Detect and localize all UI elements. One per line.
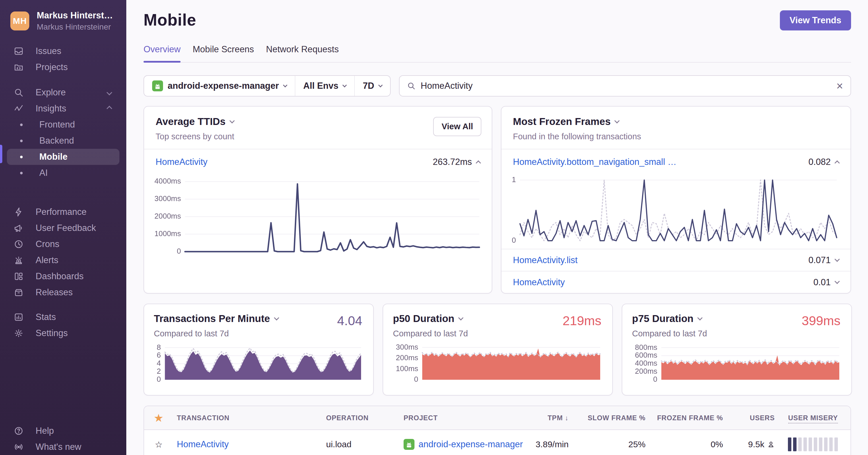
environment-selector[interactable]: All Envs [295,76,354,96]
sidebar-item-performance[interactable]: Performance [7,204,119,220]
sidebar-item-whats-new[interactable]: What's new [7,439,119,455]
date-range-selector[interactable]: 7D [354,76,390,96]
average-ttids-card: Average TTIDs Top screens by count View … [144,106,492,293]
megaphone-icon [14,223,24,233]
sidebar-item-mobile[interactable]: Mobile [7,149,119,165]
tpm-value: 4.04 [337,313,362,328]
misery-bar [809,437,812,451]
collapse-icon[interactable] [834,160,840,166]
chevron-up-icon [106,106,112,111]
p75-subtitle: Compared to last 7d [632,329,842,338]
siren-icon [14,255,24,265]
help-icon [14,426,24,436]
sidebar-item-label: Crons [36,239,59,249]
table-row: ☆ HomeActivity ui.load android-expense-m… [144,430,850,455]
sidebar-item-label: What's new [36,442,81,452]
main-content: Mobile View Trends Overview Mobile Scree… [126,0,868,455]
sidebar-item-crons[interactable]: Crons [7,236,119,252]
misery-bar [803,437,807,451]
view-all-button[interactable]: View All [433,117,482,136]
ttid-value: 263.72ms [433,157,472,167]
clear-search-icon[interactable]: × [836,80,843,92]
expand-icon[interactable] [834,279,840,284]
project-cell: android-expense-manager [394,439,530,450]
filter-bar: android-expense-manager All Envs 7D × [144,75,851,96]
gear-icon [14,328,24,338]
sidebar-item-projects[interactable]: Projects [7,59,119,75]
sidebar-item-alerts[interactable]: Alerts [7,252,119,268]
project-selector[interactable]: android-expense-manager [144,76,295,96]
frozen-frames-chart [509,173,839,249]
sidebar-item-label: Alerts [36,255,58,265]
p50-value: 219ms [563,313,601,328]
col-project[interactable]: Project [394,414,530,422]
sidebar-item-label: Frontend [39,119,75,130]
star-toggle[interactable]: ☆ [144,439,167,450]
tab-overview[interactable]: Overview [144,44,181,62]
col-user-misery[interactable]: User Misery [782,414,850,422]
env-filter-value: All Envs [303,81,338,91]
ttid-transaction-row: HomeActivity 263.72ms [144,149,492,171]
sidebar-item-label: Explore [36,87,66,98]
transactions-table: ★ Transaction Operation Project TPM ↓ Sl… [144,406,851,455]
col-frozen-frame[interactable]: Frozen Frame % [652,414,730,422]
ttid-card-title-dropdown[interactable]: Average TTIDs [156,116,480,127]
col-slow-frame[interactable]: Slow Frame % [576,414,652,422]
tab-mobile-screens[interactable]: Mobile Screens [193,44,254,62]
p50-duration-card: p50 Duration 219ms Compared to last 7d [383,304,613,396]
sidebar-item-label: Projects [36,62,68,73]
sidebar-item-frontend[interactable]: Frontend [7,117,119,133]
misery-bar [798,437,802,451]
misery-bar [834,437,838,451]
tpm-title-dropdown[interactable]: Transactions Per Minute [154,313,363,324]
user-name: Markus Hintersteiner [37,22,113,32]
avatar: MH [10,11,29,30]
transaction-link[interactable]: HomeActivity [513,277,565,287]
transaction-link[interactable]: HomeActivity.bottom_navigation_small … [513,157,677,167]
frozen-row: HomeActivity.list 0.071 [501,249,850,271]
tab-bar: Overview Mobile Screens Network Requests [144,44,851,63]
col-users[interactable]: Users [730,414,782,422]
sidebar-item-dashboards[interactable]: Dashboards [7,268,119,284]
sidebar-item-help[interactable]: Help [7,423,119,439]
sidebar-item-label: User Feedback [36,223,96,233]
chevron-down-icon [229,118,235,123]
p75-duration-card: p75 Duration 399ms Compared to last 7d [622,304,852,396]
sidebar-item-backend[interactable]: Backend [7,133,119,149]
transaction-link[interactable]: HomeActivity [177,439,229,449]
sidebar-item-stats[interactable]: Stats [7,309,119,325]
col-tpm[interactable]: TPM ↓ [530,414,576,422]
view-trends-button[interactable]: View Trends [780,10,851,30]
misery-bar [814,437,817,451]
lightning-icon [14,207,24,217]
search-bar[interactable]: × [399,75,851,96]
frozen-value: 0.01 [813,277,831,287]
sidebar-item-insights[interactable]: Insights [7,101,119,117]
sidebar-item-user-feedback[interactable]: User Feedback [7,220,119,236]
p50-subtitle: Compared to last 7d [393,329,602,338]
chevron-down-icon [378,83,383,87]
chevron-down-icon [274,315,279,320]
android-icon [404,439,414,450]
frozen-card-title-dropdown[interactable]: Most Frozen Frames [513,116,839,127]
misery-bar [788,437,792,451]
sidebar-item-ai[interactable]: AI [7,165,119,181]
col-operation[interactable]: Operation [316,414,394,422]
sidebar-item-label: Settings [36,328,68,338]
collapse-icon[interactable] [476,160,481,166]
sidebar-item-settings[interactable]: Settings [7,325,119,341]
p50-chart [393,342,602,388]
expand-icon[interactable] [834,257,840,262]
sidebar-item-issues[interactable]: Issues [7,43,119,59]
transaction-link[interactable]: HomeActivity [156,157,208,167]
col-transaction[interactable]: Transaction [167,414,316,422]
period-filter-value: 7D [363,81,374,91]
search-input[interactable] [421,81,831,91]
org-switcher[interactable]: MH Markus Hinterst… Markus Hintersteiner [0,0,126,32]
sidebar-item-releases[interactable]: Releases [7,284,119,301]
sidebar-item-explore[interactable]: Explore [7,84,119,101]
frozen-card-subtitle: Found in the following transactions [513,132,839,141]
tab-network-requests[interactable]: Network Requests [266,44,339,62]
transaction-link[interactable]: HomeActivity.list [513,255,578,265]
project-link[interactable]: android-expense-manager [418,439,523,450]
